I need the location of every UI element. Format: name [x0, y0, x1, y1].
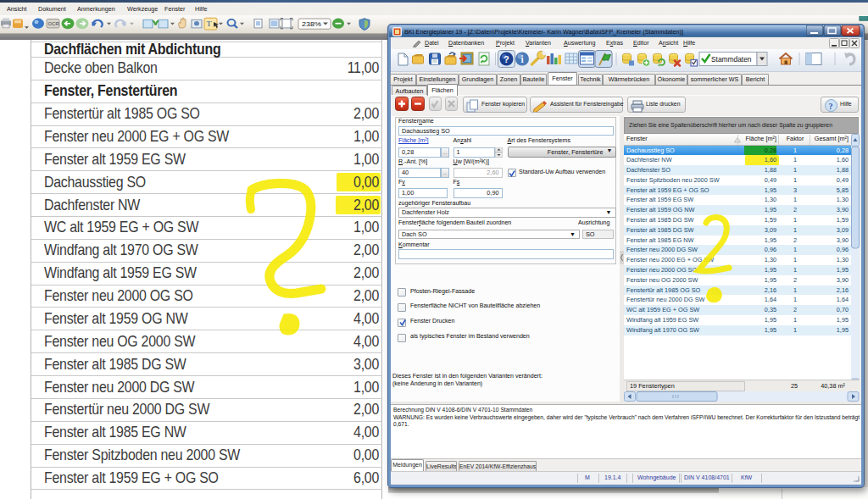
svg-text:Stammdaten: Stammdaten — [711, 55, 752, 64]
svg-text:?: ? — [504, 54, 509, 64]
svg-text:?: ? — [829, 102, 833, 111]
